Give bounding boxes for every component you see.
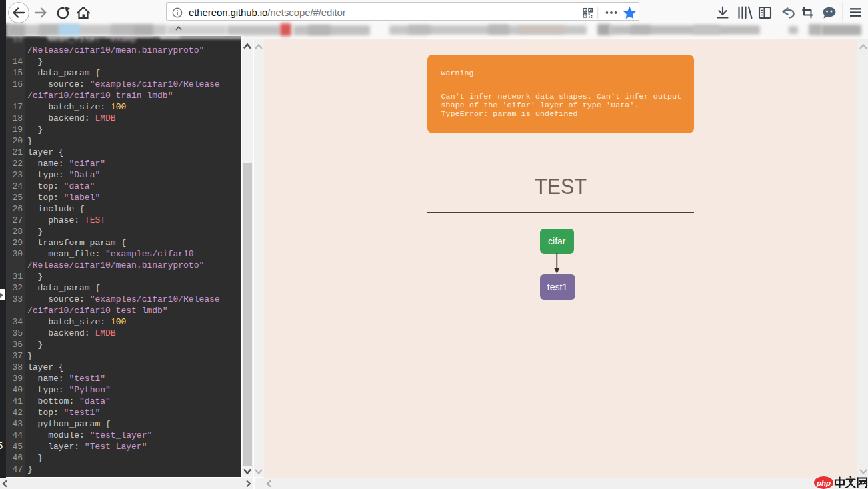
svg-text:php: php bbox=[816, 479, 831, 487]
